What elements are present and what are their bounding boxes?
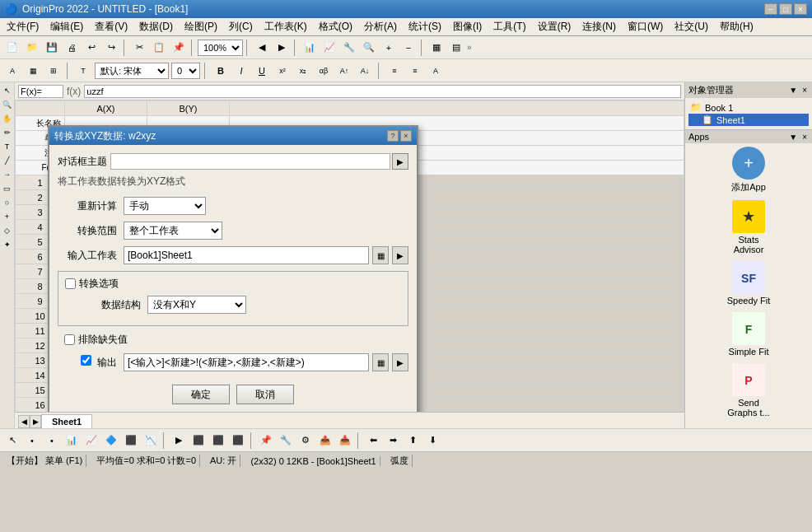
tool-arrow[interactable]: → — [1, 168, 14, 181]
bt-btn-5[interactable]: 📈 — [82, 432, 100, 450]
menu-item-analysis[interactable]: 分析(A) — [359, 18, 402, 35]
exclude-missing-checkbox[interactable] — [64, 334, 75, 345]
range-select[interactable]: 整个工作表 选定区域 — [124, 222, 222, 240]
underline-btn[interactable]: U — [253, 62, 271, 80]
menu-item-format[interactable]: 格式(O) — [314, 18, 357, 35]
topic-browse-btn[interactable]: ▶ — [392, 153, 408, 170]
dialog-close-btn[interactable]: × — [400, 130, 412, 142]
status-start[interactable]: 【开始】 菜单 (F1) — [3, 455, 86, 467]
tool-plus[interactable]: + — [1, 210, 14, 223]
output-browse-btn[interactable]: ▶ — [392, 353, 408, 371]
align-center-btn[interactable]: ≡ — [406, 62, 424, 80]
print-btn[interactable]: 🖨 — [63, 39, 81, 57]
maximize-btn[interactable]: □ — [779, 3, 792, 15]
obj-manager-close-btn[interactable]: × — [800, 86, 809, 95]
bt-btn-10[interactable]: ⬛ — [189, 432, 208, 450]
simple-fit-item[interactable]: F Simple Fit — [688, 312, 809, 357]
fmt-btn-3[interactable]: ⊞ — [44, 62, 63, 80]
col-header-B[interactable]: B(Y) — [147, 101, 230, 116]
send-graphs-item[interactable]: P SendGraphs t... — [688, 363, 809, 418]
bt-btn-4[interactable]: 📊 — [63, 432, 81, 450]
fmt-btn-1[interactable]: A — [3, 62, 21, 80]
tool-draw[interactable]: ✏ — [1, 126, 14, 139]
tool-text[interactable]: T — [1, 140, 14, 153]
apps-close-btn[interactable]: × — [800, 133, 809, 142]
recalc-select[interactable]: 手动 自动 — [124, 197, 206, 215]
menu-item-file[interactable]: 文件(F) — [2, 18, 44, 35]
options-toggle[interactable] — [65, 278, 76, 289]
menu-item-tools[interactable]: 工具(T) — [488, 18, 530, 35]
bt-btn-6[interactable]: 🔷 — [102, 432, 120, 450]
bt-btn-21[interactable]: ⬇ — [423, 432, 441, 450]
bt-btn-11[interactable]: ⬛ — [209, 432, 227, 450]
menu-item-col[interactable]: 列(C) — [224, 18, 258, 35]
bt-btn-1[interactable]: ↖ — [3, 432, 21, 450]
bt-btn-20[interactable]: ⬆ — [404, 432, 422, 450]
menu-item-data[interactable]: 数据(D) — [134, 18, 178, 35]
tree-sheet1[interactable]: 📋 Sheet1 — [688, 114, 809, 126]
close-btn[interactable]: × — [794, 3, 807, 15]
menu-item-stats[interactable]: 统计(S) — [404, 18, 446, 35]
exclude-missing-label[interactable]: 排除缺失值 — [78, 333, 128, 347]
italic-btn[interactable]: I — [232, 62, 250, 80]
menu-item-social[interactable]: 社交(U) — [670, 18, 713, 35]
output-select-btn[interactable]: ▦ — [372, 353, 389, 371]
menu-item-connect[interactable]: 连接(N) — [577, 18, 621, 35]
col-header-A[interactable]: A(X) — [65, 101, 147, 116]
fmt-btn-2[interactable]: ▦ — [24, 62, 42, 80]
sheet-nav-right[interactable]: ▶ — [30, 415, 41, 428]
topic-input[interactable] — [110, 153, 390, 170]
input-sheet-select-btn[interactable]: ▦ — [372, 246, 389, 264]
bold-btn[interactable]: B — [212, 62, 230, 80]
superscript-btn[interactable]: x² — [273, 62, 292, 80]
bt-btn-17[interactable]: 📥 — [336, 432, 354, 450]
tree-book1[interactable]: 📁 Book 1 — [688, 101, 809, 114]
bt-btn-15[interactable]: ⚙ — [296, 432, 315, 450]
fmt-btn-4[interactable]: T — [74, 62, 92, 80]
menu-item-help[interactable]: 帮助(H) — [715, 18, 758, 35]
data-struct-select[interactable]: 没有X和Y 有X和Y — [147, 296, 246, 314]
menu-item-window[interactable]: 窗口(W) — [623, 18, 668, 35]
new-btn[interactable]: 📄 — [3, 39, 21, 57]
open-btn[interactable]: 📁 — [23, 39, 41, 57]
menu-item-plot[interactable]: 绘图(P) — [180, 18, 222, 35]
subscript-btn[interactable]: x₂ — [294, 62, 312, 80]
stats-advisor-item[interactable]: ★ StatsAdvisor — [688, 200, 809, 254]
tb-btn-3[interactable]: 📊 — [301, 39, 319, 57]
tool-circle[interactable]: ○ — [1, 196, 14, 209]
tb-btn-4[interactable]: 📈 — [320, 39, 338, 57]
ok-button[interactable]: 确定 — [172, 385, 230, 404]
apps-pin-btn[interactable]: ▼ — [787, 133, 799, 142]
copy-btn[interactable]: 📋 — [150, 39, 168, 57]
bt-btn-13[interactable]: 📌 — [257, 432, 275, 450]
tb-btn-1[interactable]: ◀ — [253, 39, 271, 57]
tool-line[interactable]: ╱ — [1, 154, 14, 167]
menu-item-worksheet[interactable]: 工作表(K) — [259, 18, 312, 35]
alpha-btn[interactable]: αβ — [315, 62, 333, 80]
tb-btn-9[interactable]: ▦ — [427, 39, 446, 57]
font-size-up-btn[interactable]: A↑ — [335, 62, 353, 80]
formula-input[interactable] — [84, 85, 681, 98]
bt-btn-19[interactable]: ➡ — [384, 432, 402, 450]
tool-extra1[interactable]: ◇ — [1, 224, 14, 237]
tool-extra2[interactable]: ✦ — [1, 238, 14, 251]
tb-btn-6[interactable]: 🔍 — [360, 39, 378, 57]
bt-btn-9[interactable]: ▶ — [170, 432, 188, 450]
bt-btn-7[interactable]: ⬛ — [122, 432, 140, 450]
input-sheet-browse-btn[interactable]: ▶ — [392, 246, 408, 264]
tool-pan[interactable]: ✋ — [1, 112, 14, 125]
paste-btn[interactable]: 📌 — [170, 39, 188, 57]
tb-btn-10[interactable]: ▤ — [447, 39, 465, 57]
tb-btn-8[interactable]: − — [399, 39, 418, 57]
sheet-tab-sheet1[interactable]: Sheet1 — [41, 414, 92, 428]
output-input[interactable] — [124, 353, 369, 371]
bt-btn-8[interactable]: 📉 — [142, 432, 160, 450]
bt-btn-12[interactable]: ⬛ — [229, 432, 247, 450]
tb-btn-5[interactable]: 🔧 — [340, 39, 358, 57]
menu-item-view[interactable]: 查看(V) — [90, 18, 133, 35]
tool-zoom[interactable]: 🔍 — [1, 98, 14, 111]
output-toggle-label[interactable]: 输出 — [97, 357, 117, 368]
obj-manager-pin-btn[interactable]: ▼ — [787, 86, 799, 95]
menu-item-edit[interactable]: 编辑(E) — [45, 18, 88, 35]
tool-select[interactable]: ↖ — [1, 84, 14, 97]
